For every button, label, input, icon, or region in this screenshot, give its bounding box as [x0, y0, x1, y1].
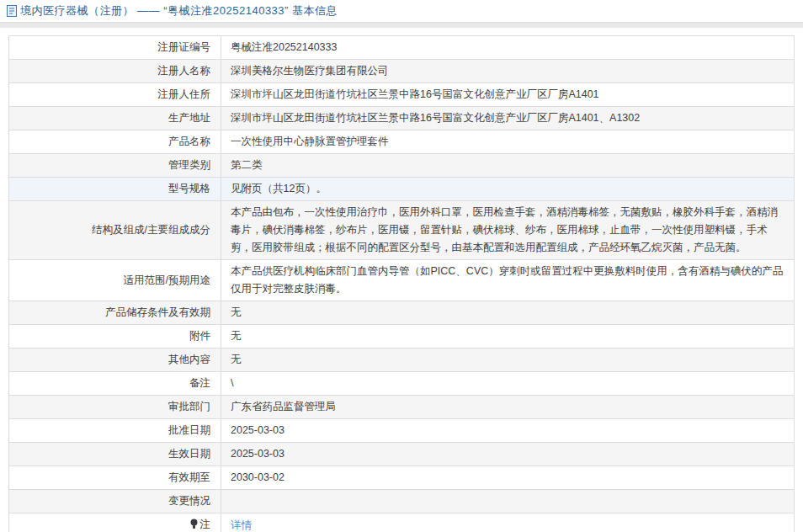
row-label: 生效日期 — [9, 443, 221, 466]
row-value: 无 — [221, 301, 795, 325]
table-row: 注册证编号 粤械注准20252140333 — [9, 36, 795, 60]
row-label-text: 其他内容 — [168, 354, 210, 365]
bulb-icon — [190, 518, 198, 532]
table-row: 管理类别 第二类 — [9, 154, 795, 178]
row-value: 2025-03-03 — [221, 443, 795, 466]
row-label: 有效期至 — [9, 466, 221, 490]
table-row: 注册人住所 深圳市坪山区龙田街道竹坑社区兰景中路16号国富文化创意产业厂区厂房A… — [9, 83, 795, 107]
table-row: 产品储存条件及有效期 无 — [9, 301, 795, 325]
row-label: 结构及组成/主要组成成分 — [9, 201, 221, 260]
row-label: 审批部门 — [9, 396, 221, 419]
table-row: 附件 无 — [9, 325, 795, 348]
row-label-text: 管理类别 — [168, 159, 210, 171]
row-label: 注册人名称 — [9, 60, 221, 83]
row-label-text: 结构及组成/主要组成成分 — [92, 224, 210, 236]
row-label-text: 注册人住所 — [158, 88, 211, 100]
row-label: 管理类别 — [9, 154, 221, 178]
row-label: 变更情况 — [9, 490, 221, 513]
row-label-text: 产品储存条件及有效期 — [105, 306, 210, 318]
table-row: 注册人名称 深圳美格尔生物医疗集团有限公司 — [9, 60, 795, 83]
row-label: 适用范围/预期用途 — [9, 260, 221, 301]
table-row: 产品名称 一次性使用中心静脉置管护理套件 — [9, 130, 795, 154]
registration-info-table: 注册证编号 粤械注准20252140333 注册人名称 深圳美格尔生物医疗集团有… — [8, 35, 795, 532]
row-label: 型号规格 — [9, 178, 221, 201]
row-value: 深圳市坪山区龙田街道竹坑社区兰景中路16号国富文化创意产业厂区厂房A1401 — [221, 83, 795, 107]
row-label: 注册证编号 — [9, 36, 221, 60]
row-value: 无 — [221, 325, 795, 348]
page-title: 境内医疗器械（注册） —— “粤械注准20252140333” 基本信息 — [20, 3, 338, 19]
row-label-text: 注 — [200, 519, 211, 530]
row-label: 其他内容 — [9, 348, 221, 372]
table-row: 生产地址 深圳市坪山区龙田街道竹坑社区兰景中路16号国富文化创意产业厂区厂房A1… — [9, 107, 795, 130]
page-header: 境内医疗器械（注册） —— “粤械注准20252140333” 基本信息 — [0, 0, 803, 22]
table-row: 其他内容 无 — [9, 348, 795, 372]
table-row: 有效期至 2030-03-02 — [9, 466, 795, 490]
row-label-text: 备注 — [189, 377, 210, 389]
table-row: 变更情况 — [9, 490, 795, 513]
table-row: 适用范围/预期用途 本产品供医疗机构临床部门血管内导管（如PICC、CVC）穿刺… — [9, 260, 795, 301]
detail-link[interactable]: 详情 — [231, 519, 252, 531]
row-value: 一次性使用中心静脉置管护理套件 — [221, 130, 795, 154]
row-value — [221, 490, 795, 513]
row-value: 见附页（共12页）。 — [221, 178, 795, 201]
row-value: 广东省药品监督管理局 — [221, 396, 795, 419]
row-value: 深圳市坪山区龙田街道竹坑社区兰景中路16号国富文化创意产业厂区厂房A1401、A… — [221, 107, 795, 130]
header-divider-strip — [0, 22, 803, 28]
row-value: 详情 — [221, 513, 795, 532]
table-row: 注 详情 — [9, 513, 795, 532]
row-label-text: 适用范围/预期用途 — [124, 274, 210, 286]
row-value: 本产品供医疗机构临床部门血管内导管（如PICC、CVC）穿刺时或留置过程中更换敷… — [221, 260, 795, 301]
row-value: 粤械注准20252140333 — [221, 36, 795, 60]
row-label: 备注 — [9, 372, 221, 396]
row-label-text: 变更情况 — [168, 495, 210, 507]
row-label-text: 生效日期 — [168, 448, 210, 460]
row-label: 附件 — [9, 325, 221, 348]
table-row: 结构及组成/主要组成成分 本产品由包布，一次性使用治疗巾，医用外科口罩，医用检查… — [9, 201, 795, 260]
row-label-text: 型号规格 — [168, 183, 210, 194]
row-label: 生产地址 — [9, 107, 221, 130]
table-row: 批准日期 2025-03-03 — [9, 419, 795, 443]
table-row: 备注 \ — [9, 372, 795, 396]
row-label-text: 有效期至 — [168, 471, 210, 483]
row-value: 深圳美格尔生物医疗集团有限公司 — [221, 60, 795, 83]
row-value: 本产品由包布，一次性使用治疗巾，医用外科口罩，医用检查手套，酒精消毒棉签，无菌敷… — [221, 201, 795, 260]
row-value: 2025-03-03 — [221, 419, 795, 443]
row-label: 注册人住所 — [9, 83, 221, 107]
row-value: 无 — [221, 348, 795, 372]
row-label-text: 生产地址 — [168, 112, 210, 124]
row-label-text: 产品名称 — [168, 136, 210, 147]
row-value: 第二类 — [221, 154, 795, 178]
info-table-container: 注册证编号 粤械注准20252140333 注册人名称 深圳美格尔生物医疗集团有… — [0, 28, 803, 532]
document-icon — [7, 5, 17, 17]
table-row: 生效日期 2025-03-03 — [9, 443, 795, 466]
row-label: 注 — [9, 513, 221, 532]
row-label-text: 注册证编号 — [158, 41, 211, 53]
row-label: 产品储存条件及有效期 — [9, 301, 221, 325]
row-value: \ — [221, 372, 795, 396]
row-label-text: 批准日期 — [168, 424, 210, 436]
row-value: 2030-03-02 — [221, 466, 795, 490]
row-label-text: 注册人名称 — [158, 65, 211, 77]
table-row: 审批部门 广东省药品监督管理局 — [9, 396, 795, 419]
row-label: 批准日期 — [9, 419, 221, 443]
row-label-text: 附件 — [189, 330, 210, 342]
row-label-text: 审批部门 — [168, 401, 210, 412]
row-label: 产品名称 — [9, 130, 221, 154]
table-row: 型号规格 见附页（共12页）。 — [9, 178, 795, 201]
